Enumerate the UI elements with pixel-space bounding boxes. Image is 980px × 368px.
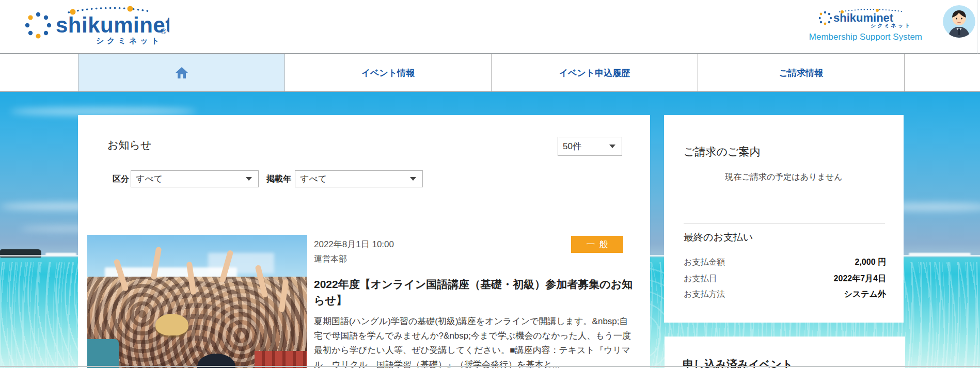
- payment-date-label: お支払日: [684, 274, 717, 284]
- payment-method-value: システム外: [844, 289, 887, 300]
- chevron-down-icon: [410, 177, 416, 181]
- logo-reg-mark: ®: [161, 27, 166, 36]
- news-item-title[interactable]: 2022年度【オンライン国語講座（基礎・初級）参加者募集のお知らせ】: [314, 276, 635, 308]
- header: shikuminet ® シクミネット shikuminet シクミネット Me…: [0, 0, 980, 54]
- tab-event-history[interactable]: イベント申込履歴: [492, 54, 698, 91]
- tab-event-info[interactable]: イベント情報: [285, 54, 492, 91]
- svg-text:シクミネット: シクミネット: [871, 23, 911, 28]
- logo-katakana: シクミネット: [91, 36, 167, 46]
- tab-event-history-label: イベント申込履歴: [559, 67, 630, 79]
- tab-home[interactable]: [78, 54, 285, 91]
- category-select[interactable]: すべて: [131, 170, 259, 187]
- tab-billing-info-label: ご請求情報: [779, 67, 823, 79]
- home-icon: [175, 67, 188, 79]
- payment-amount-label: お支払金額: [684, 257, 725, 268]
- viewport-bottom-edge: [0, 366, 980, 367]
- payment-method-row: お支払方法 システム外: [684, 289, 886, 300]
- billing-empty-message: 現在ご請求の予定はありません: [664, 172, 904, 183]
- user-avatar[interactable]: [943, 5, 975, 38]
- logo-wordmark: shikuminet: [56, 13, 169, 37]
- per-page-value: 50件: [558, 140, 609, 152]
- avatar-person-icon: [943, 5, 975, 38]
- billing-title: ご請求のご案内: [684, 145, 760, 159]
- news-item-category-badge: 一般: [571, 236, 623, 253]
- news-section-title: お知らせ: [107, 138, 151, 152]
- main-nav: イベント情報 イベント申込履歴 ご請求情報: [0, 54, 980, 92]
- billing-panel: ご請求のご案内 現在ご請求の予定はありません 最終のお支払い お支払金額 2,0…: [664, 115, 904, 323]
- per-page-select[interactable]: 50件: [558, 137, 622, 156]
- payment-method-label: お支払方法: [684, 289, 725, 300]
- category-select-value: すべて: [131, 173, 246, 185]
- shikuminet-mini-logo-icon: shikuminet シクミネット: [819, 7, 922, 28]
- shikuminet-logo[interactable]: shikuminet ® シクミネット: [14, 3, 169, 51]
- tab-billing-info[interactable]: ご請求情報: [698, 54, 905, 91]
- payment-amount-value: 2,000 円: [855, 257, 886, 268]
- news-item-author: 運営本部: [314, 254, 347, 265]
- divider: [684, 223, 885, 223]
- nav-spacer-right: [905, 54, 980, 91]
- year-filter-label: 掲載年: [266, 174, 291, 185]
- year-select-value: すべて: [295, 173, 410, 185]
- news-item-date: 2022年8月1日 10:00: [314, 238, 394, 250]
- news-item-excerpt: 夏期国語(ハングル)学習の基礎(初級)講座をオンラインで開講します。&nbsp;…: [314, 314, 635, 368]
- category-filter-label: 区分: [113, 174, 129, 185]
- membership-system-label: Membership Support System: [788, 32, 922, 42]
- year-select[interactable]: すべて: [295, 170, 423, 187]
- news-item-photo[interactable]: [87, 235, 307, 368]
- last-payment-title: 最終のお支払い: [684, 231, 753, 244]
- shikuminet-page: shikuminet ® シクミネット shikuminet シクミネット Me…: [0, 0, 980, 368]
- payment-date-value: 2022年7月4日: [834, 274, 886, 284]
- header-right-logo: shikuminet シクミネット Membership Support Sys…: [788, 7, 922, 42]
- payment-amount-row: お支払金額 2,000 円: [684, 257, 886, 268]
- chevron-down-icon: [609, 145, 615, 148]
- payment-date-row: お支払日 2022年7月4日: [684, 274, 886, 284]
- nav-spacer-left: [0, 54, 78, 91]
- news-panel: お知らせ 50件 区分 すべて 掲載年 すべて: [78, 115, 650, 368]
- applied-events-panel: 申し込み済みイベント: [665, 337, 905, 368]
- chevron-down-icon: [246, 177, 252, 181]
- tab-event-info-label: イベント情報: [361, 67, 415, 79]
